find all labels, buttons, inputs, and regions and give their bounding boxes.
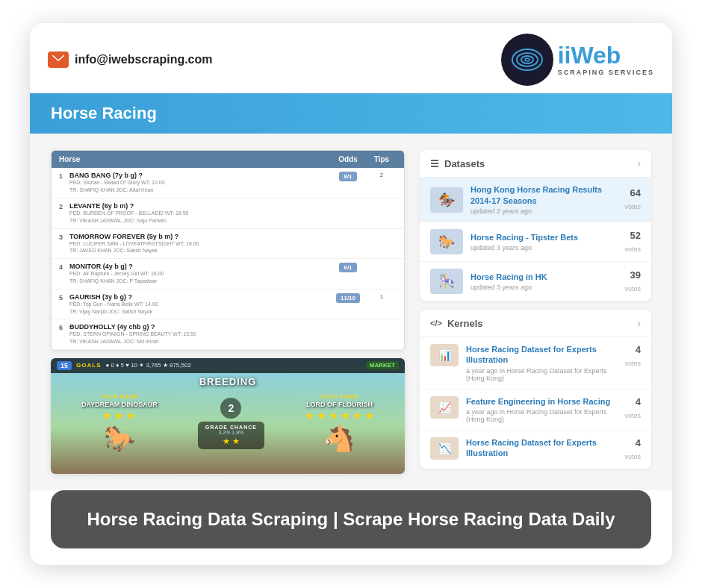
ds-info: Horse Racing - Tipster Bets updated 3 ye…	[470, 232, 617, 251]
k-votes-num: 4	[624, 437, 641, 448]
center-num: 2	[220, 398, 241, 419]
your-mare-label: YOUR MARE	[100, 394, 139, 399]
email-text: info@iwebscraping.com	[75, 53, 213, 66]
row-num: 4	[59, 263, 69, 271]
star-3: ★	[126, 410, 136, 422]
kernels-box: </> Kernels › 📊 Horse Racing Dataset for…	[420, 310, 651, 469]
star-6: ★	[329, 410, 338, 422]
datasets-box: ☰ Datasets › 🏇 Hong Kong Horse Racing Re…	[420, 150, 651, 301]
row-name: MONITOR (4y b g) ?	[69, 263, 329, 270]
star-2: ★	[114, 410, 124, 422]
star-4: ★	[305, 410, 314, 422]
game-badge: 15	[57, 361, 72, 370]
dataset-item[interactable]: 🏇 Hong Kong Horse Racing Results 2014-17…	[420, 178, 651, 222]
kernel-item[interactable]: 📈 Feature Engineering in Horse Racing a …	[420, 390, 651, 431]
k-thumb: 📉	[430, 437, 459, 460]
col-odds-label: Odds	[329, 155, 367, 163]
datasets-chevron[interactable]: ›	[637, 157, 641, 169]
datasets-title: ☰ Datasets	[430, 158, 485, 169]
odds-badge: 6/1	[339, 263, 356, 272]
row-name: GAURISH (3y b g) ?	[69, 293, 329, 301]
svg-point-1	[507, 40, 547, 80]
k-info: Horse Racing Dataset for Experts Illustr…	[466, 437, 617, 460]
k-title: Horse Racing Dataset for Experts Illustr…	[466, 437, 617, 459]
dataset-item[interactable]: 🐎 Horse Racing - Tipster Bets updated 3 …	[420, 222, 651, 262]
grade-label: GRADE CHANCE	[205, 425, 257, 430]
ds-title: Hong Kong Horse Racing Results 2014-17 S…	[470, 184, 617, 206]
row-num: 5	[59, 293, 69, 301]
ds-votes: 39 votes	[624, 269, 641, 294]
goals-label: GOALS	[76, 362, 101, 369]
ds-thumb: 🐎	[430, 229, 463, 254]
kernel-item[interactable]: 📉 Horse Racing Dataset for Experts Illus…	[420, 431, 651, 469]
ds-meta: updated 3 years ago	[470, 284, 617, 291]
row-details: PED: Top Gun - Nana Belle WT: 14.00TR: V…	[69, 301, 329, 316]
ds-title: Horse Racing in HK	[470, 272, 617, 282]
left-col: Horse Odds Tips 1 BANG BANG (7y b g) ? P…	[51, 150, 405, 474]
logo-text-area: iiWeb SCRAPING SERVICES	[558, 43, 654, 76]
grade-star-2: ★	[232, 437, 240, 446]
votes-num: 39	[624, 269, 641, 281]
datasets-label: Datasets	[444, 158, 485, 169]
datasets-icon: ☰	[430, 158, 439, 169]
kernels-title: </> Kernels	[430, 318, 483, 329]
star-8: ★	[352, 410, 362, 422]
row-info: BANG BANG (7y b g) ? PED: Sturlan - Ball…	[69, 172, 329, 194]
star-1: ★	[102, 410, 112, 422]
k-thumb: 📊	[430, 344, 459, 366]
ds-info: Hong Kong Horse Racing Results 2014-17 S…	[470, 184, 617, 215]
game-body: BREEDING YOUR MARE DAYDREAM DINOSAUR ★ ★…	[51, 373, 405, 474]
main-content: Horse Odds Tips 1 BANG BANG (7y b g) ? P…	[30, 134, 672, 490]
k-votes: 4 votes	[624, 437, 641, 462]
row-details: PED: BURDEN OF PROOF - BELLADEI WT: 18.5…	[69, 210, 329, 225]
horse-right: STUD FARM LORD OF FLOURISH ★ ★ ★ ★ ★ ★ 🐴	[305, 394, 374, 453]
table-row: 6 BUDDYHOLLY (4y chb g) ? PED: STERN OPI…	[52, 319, 404, 350]
top-bar: info@iwebscraping.com iiWeb SCRAPING SER…	[30, 23, 672, 93]
star-9: ★	[364, 410, 374, 422]
row-name: LEVANTE (6y b m) ?	[69, 202, 329, 210]
bottom-overlay: Horse Racing Data Scraping | Scrape Hors…	[51, 490, 651, 548]
odds-badge: 8/1	[339, 172, 356, 181]
k-votes-num: 4	[624, 344, 641, 355]
logo-iweb: iiWeb	[558, 43, 654, 67]
star-right-row: ★ ★ ★ ★ ★ ★	[305, 410, 374, 422]
kernels-chevron[interactable]: ›	[637, 317, 641, 329]
ds-info: Horse Racing in HK updated 3 years ago	[470, 272, 617, 291]
table-row: 5 GAURISH (3y b g) ? PED: Top Gun - Nana…	[52, 290, 404, 320]
k-info: Horse Racing Dataset for Experts Illustr…	[466, 344, 617, 382]
row-info: BUDDYHOLLY (4y chb g) ? PED: STERN OPINI…	[69, 323, 329, 345]
k-votes-num: 4	[624, 396, 641, 407]
row-num: 3	[59, 233, 69, 241]
blue-header: Horse Racing	[30, 93, 672, 134]
votes-label: votes	[624, 285, 641, 293]
k-meta: a year ago in Horse Racing Dataset for E…	[466, 408, 617, 423]
datasets-list: 🏇 Hong Kong Horse Racing Results 2014-17…	[420, 178, 651, 301]
ds-meta: updated 2 years ago	[470, 207, 617, 215]
k-title: Horse Racing Dataset for Experts Illustr…	[466, 344, 617, 366]
k-votes-label: votes	[624, 412, 641, 419]
kernels-header: </> Kernels ›	[420, 310, 651, 337]
ds-votes: 52 votes	[624, 230, 641, 254]
logo-area: iiWeb SCRAPING SERVICES	[501, 34, 654, 86]
k-votes-label: votes	[624, 360, 641, 367]
grade-vals: 3.2% 1.8%	[205, 430, 257, 435]
horse-left-name: DAYDREAM DINOSAUR	[81, 401, 158, 408]
stud-farm-label: STUD FARM	[321, 394, 358, 399]
odds-badge: 11/10	[336, 293, 360, 303]
kernels-label: Kernels	[447, 318, 483, 329]
k-title: Feature Engineering in Horse Racing	[466, 396, 617, 407]
ds-thumb: 🎠	[430, 269, 463, 294]
k-meta: a year ago in Horse Racing Dataset for E…	[466, 367, 617, 382]
breeding-label: BREEDING	[199, 376, 257, 387]
row-num: 6	[59, 323, 69, 331]
kernel-item[interactable]: 📊 Horse Racing Dataset for Experts Illus…	[420, 337, 651, 390]
table-body: 1 BANG BANG (7y b g) ? PED: Sturlan - Ba…	[52, 168, 404, 350]
racing-table: Horse Odds Tips 1 BANG BANG (7y b g) ? P…	[51, 150, 405, 351]
row-name: BANG BANG (7y b g) ?	[69, 172, 329, 179]
dataset-item[interactable]: 🎠 Horse Racing in HK updated 3 years ago…	[420, 262, 651, 301]
market-btn: MARKET	[366, 361, 399, 369]
k-votes: 4 votes	[624, 344, 641, 369]
k-votes: 4 votes	[624, 396, 641, 421]
game-icons: ● 0 ♦ 5 ♥ 10 ✦ 3,765 ★ 875,502	[105, 362, 190, 369]
k-thumb: 📈	[430, 396, 459, 419]
